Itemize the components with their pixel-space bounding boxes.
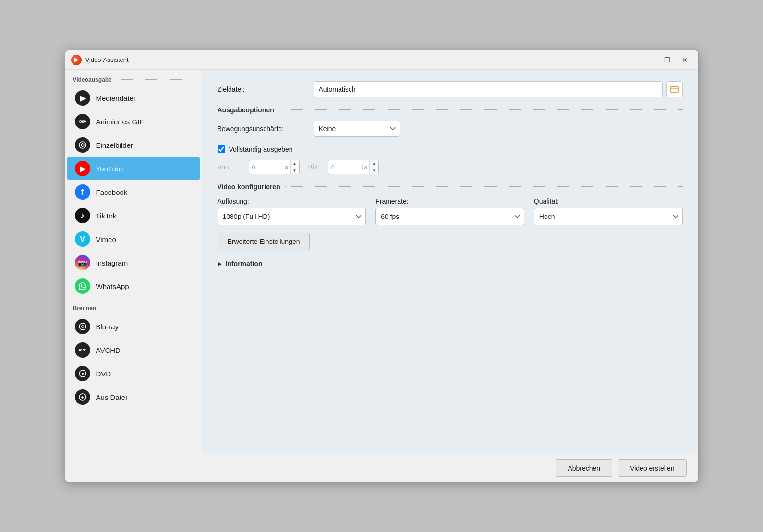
bis-up-button[interactable]: ▲	[370, 160, 378, 167]
von-up-button[interactable]: ▲	[291, 160, 299, 167]
whatsapp-label: WhatsApp	[96, 282, 129, 290]
vimeo-icon: V	[75, 231, 90, 247]
qualitaet-item: Qualität: Niedrig Mittel Hoch Sehr hoch	[534, 197, 683, 225]
information-toggle-arrow: ▶	[218, 260, 222, 267]
tiktok-label: TikTok	[96, 212, 117, 220]
vollstaendig-row: Vollständig ausgeben	[218, 145, 683, 153]
abbrechen-button[interactable]: Abbrechen	[556, 459, 612, 477]
sidebar-item-tiktok[interactable]: ♪ TikTok	[67, 204, 200, 227]
zieldatei-browse-button[interactable]	[666, 81, 683, 97]
title-bar: ▶ Video-Assistent − ❐ ✕	[65, 50, 698, 70]
information-divider	[266, 264, 683, 264]
youtube-icon: ▶	[75, 161, 90, 176]
von-spinners: ▲ ▼	[290, 160, 299, 174]
bis-down-button[interactable]: ▼	[370, 167, 378, 174]
instagram-icon: 📷	[75, 255, 90, 270]
ausgabeoptionen-header: Ausgabeoptionen	[218, 106, 683, 114]
range-row: Von: s ▲ ▼ Bis: s ▲ ▼	[218, 160, 683, 174]
gif-icon: GIF	[75, 114, 90, 129]
mediendatei-label: Mediendatei	[96, 94, 135, 102]
sidebar-item-instagram[interactable]: 📷 Instagram	[67, 251, 200, 274]
bewegungsunschaerfe-label: Bewegungsunschärfe:	[218, 125, 314, 133]
sidebar-item-bluray[interactable]: Blu-ray	[67, 315, 200, 338]
information-section: ▶ Information	[218, 260, 683, 267]
zieldatei-input[interactable]	[314, 81, 663, 97]
main-panel: Zieldatei: Ausgabeoptionen	[202, 70, 698, 454]
facebook-label: Facebook	[96, 188, 128, 196]
vimeo-label: Vimeo	[96, 235, 116, 243]
minimize-button[interactable]: −	[642, 53, 658, 67]
sidebar-item-vimeo[interactable]: V Vimeo	[67, 228, 200, 251]
von-down-button[interactable]: ▼	[291, 167, 299, 174]
vollstaendig-checkbox[interactable]	[218, 145, 225, 153]
einzelbilder-label: Einzelbilder	[96, 141, 133, 149]
video-konfigurieren-header: Video konfigurieren	[218, 183, 683, 191]
footer: Abbrechen Video erstellen	[65, 454, 698, 482]
sidebar-section-brennen: Brennen	[65, 298, 202, 314]
sidebar-item-whatsapp[interactable]: WhatsApp	[67, 275, 200, 298]
bis-label: Bis:	[308, 163, 319, 171]
qualitaet-select[interactable]: Niedrig Mittel Hoch Sehr hoch	[534, 208, 683, 225]
svg-point-0	[79, 142, 86, 148]
sidebar-item-einzelbilder[interactable]: Einzelbilder	[67, 133, 200, 157]
sidebar-item-gif[interactable]: GIF Animiertes GIF	[67, 110, 200, 133]
bluray-icon	[75, 319, 90, 334]
avchd-label: AVCHD	[96, 346, 121, 354]
vollstaendig-label[interactable]: Vollständig ausgeben	[229, 145, 293, 153]
von-label: Von:	[218, 163, 244, 171]
main-window: ▶ Video-Assistent − ❐ ✕ Videoausgabe ▶ M…	[65, 50, 699, 482]
svg-rect-6	[671, 86, 678, 93]
bis-input-wrap: s ▲ ▼	[328, 160, 379, 174]
sidebar-item-youtube[interactable]: ▶ YouTube	[67, 157, 200, 180]
bluray-label: Blu-ray	[96, 323, 119, 331]
app-icon: ▶	[71, 55, 82, 65]
whatsapp-icon	[75, 278, 90, 294]
window-title: Video-Assistent	[85, 56, 642, 63]
avchd-icon: AVC	[75, 342, 90, 358]
ausdatei-icon	[75, 389, 90, 405]
facebook-icon: f	[75, 184, 90, 200]
sidebar-section-videoausgabe: Videoausgabe	[65, 70, 202, 86]
sidebar-item-ausdatei[interactable]: Aus Datei	[67, 386, 200, 409]
window-controls: − ❐ ✕	[642, 53, 692, 67]
video-erstellen-button[interactable]: Video erstellen	[618, 459, 686, 477]
bis-input[interactable]	[328, 160, 362, 174]
aufloesung-select[interactable]: 720p (HD) 1080p (Full HD) 1440p (2K) 216…	[218, 208, 366, 225]
information-toggle-label[interactable]: Information	[226, 260, 263, 267]
framerate-select[interactable]: 24 fps 25 fps 30 fps 50 fps 60 fps	[375, 208, 524, 225]
bewegungsunschaerfe-control: Keine Niedrig Mittel Hoch	[314, 121, 683, 137]
advanced-settings-button[interactable]: Erweiterte Einstellungen	[218, 233, 310, 250]
mediendatei-icon: ▶	[75, 90, 90, 106]
qualitaet-label: Qualität:	[534, 197, 683, 205]
instagram-label: Instagram	[96, 259, 128, 267]
youtube-label: YouTube	[96, 165, 124, 173]
config-row: Auflösung: 720p (HD) 1080p (Full HD) 144…	[218, 197, 683, 225]
bis-unit: s	[362, 164, 369, 170]
svg-point-2	[81, 326, 84, 328]
framerate-item: Framerate: 24 fps 25 fps 30 fps 50 fps 6…	[375, 197, 524, 225]
close-button[interactable]: ✕	[677, 53, 692, 67]
von-input[interactable]	[249, 160, 283, 174]
sidebar-item-avchd[interactable]: AVC AVCHD	[67, 339, 200, 362]
zieldatei-label: Zieldatei:	[218, 85, 314, 93]
einzelbilder-icon	[75, 137, 90, 153]
bewegungsunschaerfe-row: Bewegungsunschärfe: Keine Niedrig Mittel…	[218, 121, 683, 137]
dvd-label: DVD	[96, 370, 111, 378]
bewegungsunschaerfe-select[interactable]: Keine Niedrig Mittel Hoch	[314, 121, 400, 137]
tiktok-icon: ♪	[75, 208, 90, 223]
svg-point-4	[82, 373, 84, 375]
sidebar: Videoausgabe ▶ Mediendatei GIF Animierte…	[65, 70, 202, 454]
maximize-button[interactable]: ❐	[660, 53, 675, 67]
sidebar-item-facebook[interactable]: f Facebook	[67, 181, 200, 204]
content-area: Videoausgabe ▶ Mediendatei GIF Animierte…	[65, 70, 698, 454]
framerate-label: Framerate:	[375, 197, 524, 205]
von-input-wrap: s ▲ ▼	[249, 160, 300, 174]
von-unit: s	[283, 164, 290, 170]
zieldatei-row: Zieldatei:	[218, 81, 683, 97]
sidebar-item-mediendatei[interactable]: ▶ Mediendatei	[67, 86, 200, 109]
aufloesung-item: Auflösung: 720p (HD) 1080p (Full HD) 144…	[218, 197, 366, 225]
sidebar-item-dvd[interactable]: DVD	[67, 362, 200, 385]
svg-point-1	[79, 323, 86, 330]
aufloesung-label: Auflösung:	[218, 197, 366, 205]
gif-label: Animiertes GIF	[96, 118, 144, 126]
